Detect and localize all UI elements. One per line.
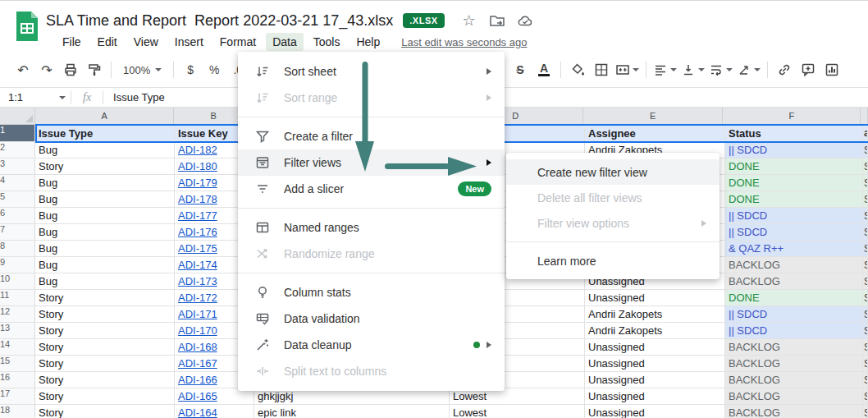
- menubar-item-tools[interactable]: Tools: [307, 33, 347, 51]
- cell-a11[interactable]: Story: [35, 290, 175, 306]
- vertical-align-button[interactable]: [681, 62, 705, 77]
- cell-a7[interactable]: Bug: [35, 224, 175, 241]
- cell-a3[interactable]: Story: [35, 158, 175, 175]
- star-icon[interactable]: ☆: [461, 12, 477, 29]
- zoom-select[interactable]: 100%: [118, 64, 167, 76]
- cell-e11[interactable]: Unassigned: [585, 290, 725, 306]
- menu-item-randomize-range[interactable]: Randomize range: [238, 241, 505, 267]
- menubar-item-help[interactable]: Help: [349, 33, 386, 51]
- cell-f1[interactable]: Status: [725, 125, 863, 142]
- cell-g9[interactable]: S: [863, 257, 868, 273]
- menubar-item-view[interactable]: View: [127, 33, 165, 51]
- cell-g14[interactable]: S: [863, 339, 868, 356]
- cell-g17[interactable]: S: [863, 388, 868, 405]
- menu-item-add-a-slicer[interactable]: Add a slicerNew: [238, 176, 505, 202]
- issue-key-link[interactable]: ADI-172: [178, 292, 217, 304]
- paint-format-icon[interactable]: [85, 59, 104, 80]
- cell-g1[interactable]: a: [863, 125, 868, 142]
- submenu-item-delete-all-filter-views[interactable]: Delete all filter views: [506, 185, 720, 210]
- column-header-g[interactable]: [861, 108, 868, 125]
- print-icon[interactable]: [61, 59, 80, 80]
- cell-e18[interactable]: Unassigned: [585, 405, 725, 418]
- cell-a17[interactable]: Story: [35, 388, 175, 405]
- cell-e14[interactable]: Unassigned: [585, 339, 725, 356]
- move-folder-icon[interactable]: [489, 12, 505, 29]
- cell-f2[interactable]: || SDCD: [725, 142, 863, 158]
- row-number[interactable]: 4: [0, 175, 35, 191]
- undo-icon[interactable]: ↶: [13, 59, 33, 80]
- cell-a6[interactable]: Bug: [35, 208, 175, 224]
- cell-g6[interactable]: S: [863, 208, 868, 224]
- format-currency-icon[interactable]: $: [180, 59, 200, 80]
- column-header-E[interactable]: E: [583, 108, 724, 125]
- cell-g18[interactable]: S: [863, 405, 868, 418]
- cell-g5[interactable]: S: [863, 191, 868, 208]
- issue-key-link[interactable]: ADI-168: [178, 341, 217, 353]
- menu-item-split-text-to-columns[interactable]: Split text to columns: [238, 358, 505, 384]
- column-header-A[interactable]: A: [35, 108, 175, 125]
- issue-key-link[interactable]: ADI-175: [178, 242, 217, 255]
- row-number[interactable]: 15: [0, 356, 35, 372]
- sheets-logo-icon[interactable]: [15, 10, 39, 43]
- issue-key-link[interactable]: ADI-167: [178, 357, 217, 370]
- cell-f8[interactable]: & QAZ R++: [725, 241, 863, 257]
- cell-g7[interactable]: S: [863, 224, 868, 241]
- menu-item-sort-sheet[interactable]: Sort sheet: [238, 58, 505, 85]
- submenu-item-create-new-filter-view[interactable]: Create new filter view: [506, 159, 720, 185]
- cell-g15[interactable]: S: [863, 356, 868, 372]
- cell-c17[interactable]: ghkjjgkj: [254, 388, 450, 405]
- issue-key-link[interactable]: ADI-180: [178, 160, 217, 172]
- row-number[interactable]: 3: [0, 158, 35, 175]
- cell-g12[interactable]: S: [863, 306, 868, 323]
- cell-d17[interactable]: Lowest: [450, 388, 585, 405]
- cell-a5[interactable]: Bug: [35, 191, 175, 208]
- cell-c18[interactable]: epic link: [254, 405, 450, 418]
- cell-a4[interactable]: Bug: [35, 175, 175, 191]
- cell-g10[interactable]: S: [863, 273, 868, 290]
- cell-g16[interactable]: S: [863, 372, 868, 388]
- row-number[interactable]: 8: [0, 241, 35, 257]
- cell-f16[interactable]: BACKLOG: [725, 372, 863, 388]
- cell-g13[interactable]: S: [863, 323, 868, 339]
- issue-key-link[interactable]: ADI-164: [178, 407, 217, 418]
- cell-a2[interactable]: Bug: [35, 142, 175, 158]
- column-header-F[interactable]: F: [723, 108, 861, 125]
- formula-input[interactable]: Issue Type: [103, 91, 165, 103]
- menu-item-column-stats[interactable]: Column stats: [238, 279, 505, 305]
- row-number[interactable]: 1: [0, 125, 35, 142]
- horizontal-align-button[interactable]: [653, 62, 677, 77]
- row-number[interactable]: 11: [0, 290, 35, 306]
- cell-f17[interactable]: BACKLOG: [725, 388, 863, 405]
- cell-a9[interactable]: Bug: [35, 257, 175, 273]
- issue-key-link[interactable]: ADI-170: [178, 324, 217, 337]
- row-number[interactable]: 16: [0, 372, 35, 388]
- menubar-item-data[interactable]: Data: [266, 33, 304, 51]
- row-number[interactable]: 7: [0, 224, 35, 241]
- cell-a13[interactable]: Story: [35, 323, 175, 339]
- redo-icon[interactable]: ↷: [37, 59, 57, 80]
- cell-f4[interactable]: DONE: [725, 175, 863, 191]
- cell-f6[interactable]: || SDCD: [725, 208, 863, 224]
- cell-f15[interactable]: BACKLOG: [725, 356, 863, 372]
- select-all-corner[interactable]: [0, 108, 35, 125]
- cell-a12[interactable]: Story: [35, 306, 175, 323]
- cell-f18[interactable]: BACKLOG: [725, 405, 863, 418]
- submenu-item-learn-more[interactable]: Learn more: [506, 248, 720, 273]
- format-percent-icon[interactable]: %: [204, 59, 224, 80]
- cell-a10[interactable]: Bug: [35, 273, 175, 290]
- cell-f14[interactable]: BACKLOG: [725, 339, 863, 356]
- name-box[interactable]: 1:1: [0, 91, 71, 103]
- cloud-saved-icon[interactable]: [517, 12, 533, 29]
- menubar-item-file[interactable]: File: [56, 33, 88, 51]
- menu-item-filter-views[interactable]: Filter views: [238, 149, 505, 176]
- borders-icon[interactable]: [592, 59, 611, 80]
- cell-e16[interactable]: Unassigned: [585, 372, 725, 388]
- issue-key-link[interactable]: ADI-182: [178, 144, 217, 156]
- menu-item-sort-range[interactable]: Sort range: [238, 85, 505, 111]
- cell-g3[interactable]: S: [863, 158, 868, 175]
- row-number[interactable]: 14: [0, 339, 35, 356]
- cell-a15[interactable]: Story: [35, 356, 175, 372]
- issue-key-link[interactable]: ADI-166: [178, 374, 217, 386]
- menu-item-create-a-filter[interactable]: Create a filter: [238, 123, 505, 149]
- cell-a14[interactable]: Story: [35, 339, 175, 356]
